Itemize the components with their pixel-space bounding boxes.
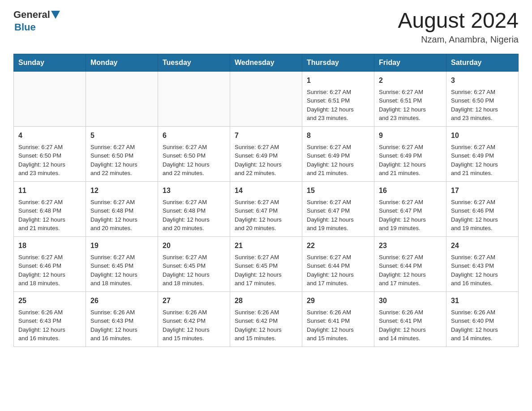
day-number: 7 <box>235 130 297 141</box>
calendar-cell: 7Sunrise: 6:27 AM Sunset: 6:49 PM Daylig… <box>230 126 302 181</box>
calendar-cell: 23Sunrise: 6:27 AM Sunset: 6:44 PM Dayli… <box>374 236 446 291</box>
calendar-cell: 5Sunrise: 6:27 AM Sunset: 6:50 PM Daylig… <box>86 126 158 181</box>
day-number: 31 <box>451 295 514 306</box>
day-info: Sunrise: 6:27 AM Sunset: 6:49 PM Dayligh… <box>451 143 514 178</box>
calendar-table: SundayMondayTuesdayWednesdayThursdayFrid… <box>13 54 519 347</box>
day-info: Sunrise: 6:26 AM Sunset: 6:41 PM Dayligh… <box>307 308 369 343</box>
calendar-cell: 20Sunrise: 6:27 AM Sunset: 6:45 PM Dayli… <box>158 236 230 291</box>
calendar-cell <box>86 71 158 126</box>
calendar-cell: 25Sunrise: 6:26 AM Sunset: 6:43 PM Dayli… <box>14 291 86 347</box>
calendar-cell: 12Sunrise: 6:27 AM Sunset: 6:48 PM Dayli… <box>86 181 158 236</box>
day-info: Sunrise: 6:27 AM Sunset: 6:48 PM Dayligh… <box>163 198 225 233</box>
day-number: 21 <box>235 240 297 251</box>
day-number: 22 <box>307 240 369 251</box>
day-info: Sunrise: 6:27 AM Sunset: 6:51 PM Dayligh… <box>379 88 442 123</box>
day-info: Sunrise: 6:27 AM Sunset: 6:50 PM Dayligh… <box>18 143 81 178</box>
day-info: Sunrise: 6:26 AM Sunset: 6:40 PM Dayligh… <box>451 308 514 343</box>
day-number: 5 <box>90 130 153 141</box>
day-number: 24 <box>451 240 514 251</box>
calendar-cell: 26Sunrise: 6:26 AM Sunset: 6:43 PM Dayli… <box>86 291 158 347</box>
day-info: Sunrise: 6:27 AM Sunset: 6:47 PM Dayligh… <box>307 198 369 233</box>
calendar-cell: 2Sunrise: 6:27 AM Sunset: 6:51 PM Daylig… <box>374 71 446 126</box>
logo-general-text: General <box>13 9 50 21</box>
calendar-cell: 29Sunrise: 6:26 AM Sunset: 6:41 PM Dayli… <box>302 291 374 347</box>
day-number: 4 <box>18 130 81 141</box>
day-number: 2 <box>379 75 442 86</box>
day-info: Sunrise: 6:27 AM Sunset: 6:45 PM Dayligh… <box>90 253 153 288</box>
calendar-cell: 4Sunrise: 6:27 AM Sunset: 6:50 PM Daylig… <box>14 126 86 181</box>
weekday-header-tuesday: Tuesday <box>158 54 230 71</box>
day-number: 23 <box>379 240 442 251</box>
calendar-cell: 18Sunrise: 6:27 AM Sunset: 6:46 PM Dayli… <box>14 236 86 291</box>
title-block: August 2024 Nzam, Anambra, Nigeria <box>398 9 519 45</box>
weekday-header-monday: Monday <box>86 54 158 71</box>
month-year-title: August 2024 <box>398 9 519 33</box>
day-number: 25 <box>18 295 81 306</box>
day-number: 3 <box>451 75 514 86</box>
day-info: Sunrise: 6:26 AM Sunset: 6:43 PM Dayligh… <box>90 308 153 343</box>
day-number: 10 <box>451 130 514 141</box>
day-info: Sunrise: 6:27 AM Sunset: 6:47 PM Dayligh… <box>235 198 297 233</box>
day-number: 1 <box>307 75 369 86</box>
calendar-cell: 10Sunrise: 6:27 AM Sunset: 6:49 PM Dayli… <box>446 126 519 181</box>
weekday-header-friday: Friday <box>374 54 446 71</box>
day-number: 11 <box>18 185 81 196</box>
calendar-cell: 13Sunrise: 6:27 AM Sunset: 6:48 PM Dayli… <box>158 181 230 236</box>
logo-triangle-icon <box>51 11 60 19</box>
calendar-cell: 15Sunrise: 6:27 AM Sunset: 6:47 PM Dayli… <box>302 181 374 236</box>
day-number: 13 <box>163 185 225 196</box>
day-number: 16 <box>379 185 442 196</box>
day-info: Sunrise: 6:26 AM Sunset: 6:43 PM Dayligh… <box>18 308 81 343</box>
day-info: Sunrise: 6:27 AM Sunset: 6:47 PM Dayligh… <box>379 198 442 233</box>
day-number: 17 <box>451 185 514 196</box>
day-number: 12 <box>90 185 153 196</box>
day-number: 18 <box>18 240 81 251</box>
weekday-header-wednesday: Wednesday <box>230 54 302 71</box>
calendar-cell: 31Sunrise: 6:26 AM Sunset: 6:40 PM Dayli… <box>446 291 519 347</box>
day-info: Sunrise: 6:27 AM Sunset: 6:45 PM Dayligh… <box>235 253 297 288</box>
calendar-cell <box>230 71 302 126</box>
day-info: Sunrise: 6:27 AM Sunset: 6:45 PM Dayligh… <box>163 253 225 288</box>
day-info: Sunrise: 6:27 AM Sunset: 6:46 PM Dayligh… <box>18 253 81 288</box>
calendar-cell: 9Sunrise: 6:27 AM Sunset: 6:49 PM Daylig… <box>374 126 446 181</box>
day-number: 14 <box>235 185 297 196</box>
calendar-week-row-1: 1Sunrise: 6:27 AM Sunset: 6:51 PM Daylig… <box>14 71 519 126</box>
day-info: Sunrise: 6:27 AM Sunset: 6:44 PM Dayligh… <box>379 253 442 288</box>
calendar-cell: 6Sunrise: 6:27 AM Sunset: 6:50 PM Daylig… <box>158 126 230 181</box>
calendar-cell: 14Sunrise: 6:27 AM Sunset: 6:47 PM Dayli… <box>230 181 302 236</box>
day-info: Sunrise: 6:27 AM Sunset: 6:49 PM Dayligh… <box>307 143 369 178</box>
logo-blue-text: Blue <box>14 21 36 33</box>
day-info: Sunrise: 6:26 AM Sunset: 6:42 PM Dayligh… <box>235 308 297 343</box>
day-info: Sunrise: 6:27 AM Sunset: 6:49 PM Dayligh… <box>235 143 297 178</box>
calendar-cell: 27Sunrise: 6:26 AM Sunset: 6:42 PM Dayli… <box>158 291 230 347</box>
day-info: Sunrise: 6:27 AM Sunset: 6:49 PM Dayligh… <box>379 143 442 178</box>
location-subtitle: Nzam, Anambra, Nigeria <box>398 34 519 45</box>
day-info: Sunrise: 6:27 AM Sunset: 6:50 PM Dayligh… <box>451 88 514 123</box>
day-info: Sunrise: 6:26 AM Sunset: 6:41 PM Dayligh… <box>379 308 442 343</box>
day-number: 15 <box>307 185 369 196</box>
day-info: Sunrise: 6:27 AM Sunset: 6:48 PM Dayligh… <box>18 198 81 233</box>
day-info: Sunrise: 6:27 AM Sunset: 6:50 PM Dayligh… <box>90 143 153 178</box>
day-number: 19 <box>90 240 153 251</box>
day-info: Sunrise: 6:27 AM Sunset: 6:48 PM Dayligh… <box>90 198 153 233</box>
day-number: 30 <box>379 295 442 306</box>
calendar-week-row-4: 18Sunrise: 6:27 AM Sunset: 6:46 PM Dayli… <box>14 236 519 291</box>
day-info: Sunrise: 6:27 AM Sunset: 6:44 PM Dayligh… <box>307 253 369 288</box>
calendar-cell: 30Sunrise: 6:26 AM Sunset: 6:41 PM Dayli… <box>374 291 446 347</box>
calendar-cell: 16Sunrise: 6:27 AM Sunset: 6:47 PM Dayli… <box>374 181 446 236</box>
day-info: Sunrise: 6:27 AM Sunset: 6:43 PM Dayligh… <box>451 253 514 288</box>
calendar-cell <box>14 71 86 126</box>
calendar-cell: 3Sunrise: 6:27 AM Sunset: 6:50 PM Daylig… <box>446 71 519 126</box>
day-number: 26 <box>90 295 153 306</box>
day-number: 27 <box>163 295 225 306</box>
day-info: Sunrise: 6:26 AM Sunset: 6:42 PM Dayligh… <box>163 308 225 343</box>
day-number: 6 <box>163 130 225 141</box>
calendar-cell: 19Sunrise: 6:27 AM Sunset: 6:45 PM Dayli… <box>86 236 158 291</box>
calendar-cell: 21Sunrise: 6:27 AM Sunset: 6:45 PM Dayli… <box>230 236 302 291</box>
calendar-cell: 17Sunrise: 6:27 AM Sunset: 6:46 PM Dayli… <box>446 181 519 236</box>
weekday-header-sunday: Sunday <box>14 54 86 71</box>
calendar-week-row-3: 11Sunrise: 6:27 AM Sunset: 6:48 PM Dayli… <box>14 181 519 236</box>
calendar-cell: 28Sunrise: 6:26 AM Sunset: 6:42 PM Dayli… <box>230 291 302 347</box>
calendar-cell: 24Sunrise: 6:27 AM Sunset: 6:43 PM Dayli… <box>446 236 519 291</box>
day-number: 20 <box>163 240 225 251</box>
